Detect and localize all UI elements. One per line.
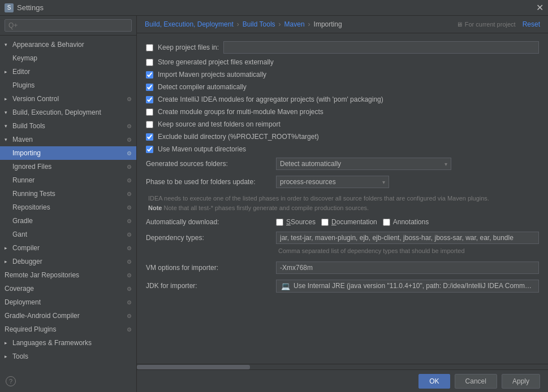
use-maven-output-row: Use Maven output directories	[146, 145, 539, 153]
tree: ▾ Appearance & Behavior Keymap ▸ Editor	[0, 36, 136, 392]
keep-project-files-checkbox[interactable]	[146, 44, 153, 51]
sources-option: SSources	[276, 218, 316, 226]
sidebar-item-debugger[interactable]: ▸ Debugger ⚙	[0, 255, 136, 268]
search-input[interactable]	[5, 19, 132, 32]
sidebar-item-running-tests[interactable]: Running Tests ⚙	[0, 187, 136, 201]
sidebar-item-gradle[interactable]: Gradle ⚙	[0, 214, 136, 228]
settings-icon: ⚙	[127, 137, 132, 143]
sidebar-item-label: Gradle-Android Compiler	[5, 312, 80, 320]
vm-options-input[interactable]	[276, 262, 539, 274]
store-generated-checkbox[interactable]	[146, 59, 153, 66]
reset-link[interactable]: Reset	[523, 20, 540, 28]
sidebar-item-label: Deployment	[5, 298, 41, 306]
hint-note-label: Note	[148, 204, 162, 211]
sidebar-item-appearance[interactable]: ▾ Appearance & Behavior	[0, 38, 136, 51]
detect-compiler-row: Detect compiler automatically	[146, 83, 539, 91]
use-maven-output-checkbox[interactable]	[146, 146, 153, 153]
settings-icon: ⚙	[127, 164, 132, 170]
sidebar-item-maven[interactable]: ▾ Maven ⚙	[0, 133, 136, 146]
dependency-types-input[interactable]	[276, 232, 539, 244]
keep-source-test-checkbox[interactable]	[146, 121, 153, 128]
import-maven-row: Import Maven projects automatically	[146, 71, 539, 79]
sidebar-item-runner[interactable]: Runner ⚙	[0, 173, 136, 187]
for-project-label: 🖥 For current project	[456, 20, 516, 28]
sidebar-item-repositories[interactable]: Repositories ⚙	[0, 201, 136, 214]
sidebar-item-importing[interactable]: Importing ⚙	[0, 146, 136, 160]
app-icon: S	[5, 3, 14, 12]
sidebar-item-editor[interactable]: ▸ Editor	[0, 65, 136, 79]
jdk-importer-value[interactable]: 💻 Use Internal JRE (java version "11.0.4…	[276, 280, 539, 293]
sidebar-item-remote-jar[interactable]: Remote Jar Repositories ⚙	[0, 268, 136, 282]
breadcrumb-build-exec[interactable]: Build, Execution, Deployment	[145, 20, 234, 28]
settings-panel: Keep project files in: Store generated p…	[137, 33, 548, 364]
sidebar-item-build-tools[interactable]: ▾ Build Tools ⚙	[0, 119, 136, 133]
dropdown-arrow-icon: ▾	[445, 161, 447, 167]
sidebar-item-label: Tools	[12, 352, 28, 360]
right-panel: Build, Execution, Deployment › Build Too…	[137, 16, 548, 392]
apply-button[interactable]: Apply	[502, 374, 540, 389]
settings-icon: ⚙	[127, 286, 132, 292]
sidebar-item-tools[interactable]: ▸ Tools	[0, 350, 136, 363]
exclude-build-dir-checkbox[interactable]	[146, 133, 153, 141]
ok-button[interactable]: OK	[418, 374, 450, 389]
bottom-bar: OK Cancel Apply	[137, 369, 548, 392]
sidebar-item-keymap[interactable]: Keymap	[0, 51, 136, 65]
scrollbar-thumb[interactable]	[137, 365, 250, 369]
sidebar-item-required-plugins[interactable]: Required Plugins ⚙	[0, 323, 136, 336]
sidebar-item-build-exec[interactable]: ▾ Build, Execution, Deployment	[0, 106, 136, 119]
breadcrumb-importing: Importing	[314, 20, 342, 28]
use-maven-output-label: Use Maven output directories	[158, 145, 246, 153]
annotations-option: Annotations	[383, 218, 429, 226]
sidebar-item-ignored-files[interactable]: Ignored Files ⚙	[0, 160, 136, 173]
help-icon[interactable]: ?	[6, 376, 16, 386]
breadcrumb-maven[interactable]: Maven	[284, 20, 305, 28]
sidebar-item-version-control[interactable]: ▸ Version Control ⚙	[0, 92, 136, 106]
project-icon: 🖥	[456, 21, 463, 28]
create-intellij-modules-checkbox[interactable]	[146, 96, 153, 103]
create-module-groups-row: Create module groups for multi-module Ma…	[146, 108, 539, 116]
sidebar-item-compiler[interactable]: ▸ Compiler ⚙	[0, 241, 136, 255]
generated-sources-row: Generated sources folders: Detect automa…	[146, 158, 539, 170]
sidebar-item-label: Build Tools	[12, 122, 45, 130]
sidebar-item-coverage[interactable]: Coverage ⚙	[0, 282, 136, 295]
keep-project-files-input[interactable]	[223, 41, 539, 54]
sidebar-item-gradle-android[interactable]: Gradle-Android Compiler ⚙	[0, 309, 136, 323]
generated-sources-label: Generated sources folders:	[146, 160, 270, 168]
phase-row: Phase to be used for folders update: pro…	[146, 176, 539, 188]
sidebar-item-label: Gant	[12, 230, 27, 238]
horizontal-scrollbar[interactable]	[137, 364, 548, 369]
sidebar-item-label: Version Control	[12, 95, 59, 103]
sources-checkbox[interactable]	[276, 219, 283, 226]
annotations-checkbox[interactable]	[383, 219, 390, 226]
sidebar-item-label: Running Tests	[12, 190, 55, 198]
settings-icon: ⚙	[127, 204, 132, 211]
jdk-icon: 💻	[281, 282, 290, 290]
create-intellij-modules-label: Create IntelliJ IDEA modules for aggrega…	[158, 95, 383, 103]
documentation-checkbox[interactable]	[321, 219, 329, 226]
sidebar-item-label: Debugger	[12, 258, 42, 265]
breadcrumb-build-tools[interactable]: Build Tools	[243, 20, 275, 28]
generated-sources-dropdown[interactable]: Detect automatically ▾	[276, 158, 451, 170]
breadcrumb-actions: 🖥 For current project Reset	[456, 20, 540, 28]
keep-project-files-label: Keep project files in:	[158, 43, 219, 51]
dependency-types-row: Dependency types: Comma separated list o…	[146, 232, 539, 256]
phase-value: process-resources	[280, 178, 336, 186]
phase-dropdown[interactable]: process-resources ▾	[276, 176, 389, 188]
cancel-button[interactable]: Cancel	[455, 374, 497, 389]
detect-compiler-checkbox[interactable]	[146, 84, 153, 91]
breadcrumb-sep-3: ›	[308, 20, 310, 28]
import-maven-checkbox[interactable]	[146, 71, 153, 79]
search-box	[0, 16, 136, 36]
sidebar-item-label: Appearance & Behavior	[12, 41, 84, 49]
sidebar-item-deployment[interactable]: Deployment ⚙	[0, 295, 136, 309]
close-button[interactable]: ✕	[536, 2, 543, 13]
sidebar-item-languages[interactable]: ▸ Languages & Frameworks	[0, 336, 136, 350]
sidebar-item-plugins[interactable]: Plugins	[0, 79, 136, 92]
settings-icon: ⚙	[127, 326, 132, 333]
create-intellij-modules-row: Create IntelliJ IDEA modules for aggrega…	[146, 95, 539, 103]
settings-icon: ⚙	[127, 96, 132, 102]
sidebar-item-gant[interactable]: Gant ⚙	[0, 228, 136, 241]
jdk-importer-row: JDK for importer: 💻 Use Internal JRE (ja…	[146, 280, 539, 293]
create-module-groups-checkbox[interactable]	[146, 108, 153, 116]
vm-options-label: VM options for importer:	[146, 264, 270, 272]
